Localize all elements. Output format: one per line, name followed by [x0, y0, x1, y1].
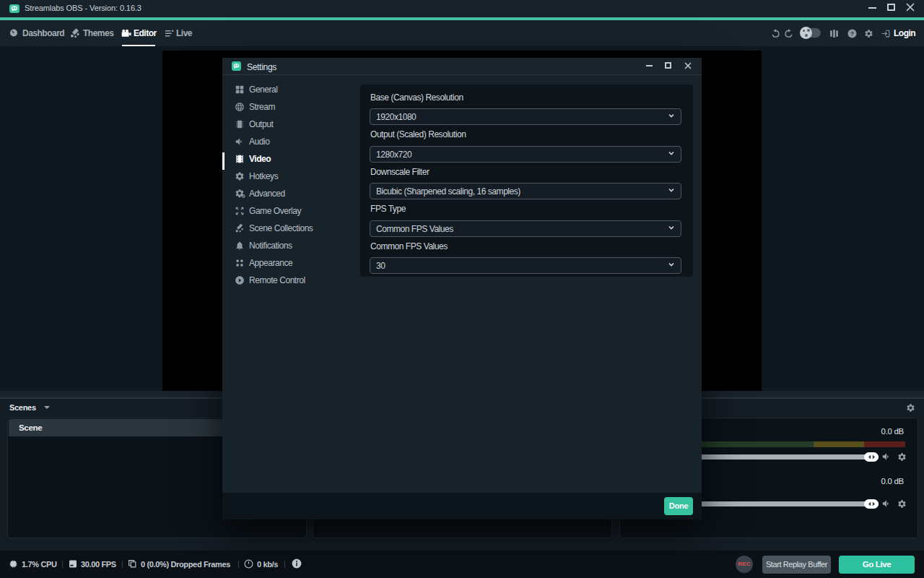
svg-text:?: ?: [850, 30, 854, 37]
